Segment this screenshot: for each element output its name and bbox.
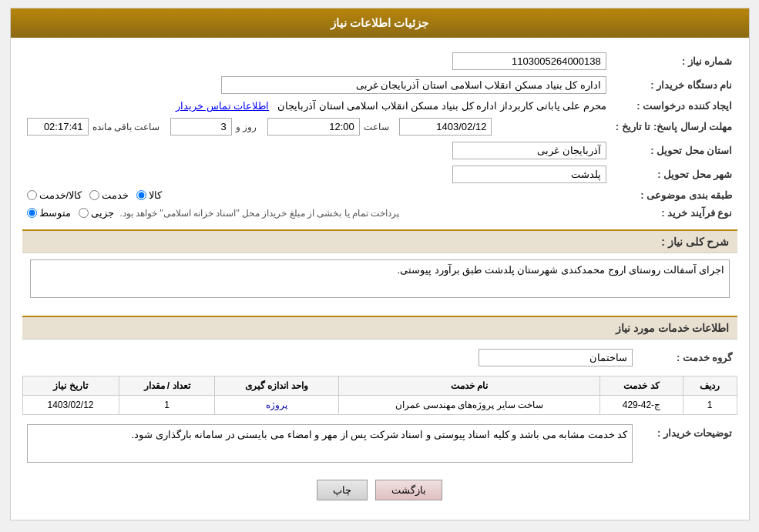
row-ostan: استان محل تحویل : آذربایجان غربی — [22, 139, 737, 162]
col-name: نام خدمت — [338, 376, 600, 396]
info-table: شماره نیاز : 1103005264000138 نام دستگاه… — [22, 49, 737, 222]
noe-motavas-radio[interactable] — [27, 208, 37, 218]
shomare-niaz-label: شماره نیاز : — [611, 49, 737, 73]
khadamat-data-table: ردیف کد خدمت نام خدمت واحد اندازه گیری ت… — [22, 376, 737, 415]
ostan-value: آذربایجان غربی — [452, 142, 606, 159]
group-khadamat-value: ساختمان — [479, 349, 633, 366]
row-shomare-niaz: شماره نیاز : 1103005264000138 — [22, 49, 737, 73]
row-mohlat: مهلت ارسال پاسخ: تا تاریخ : 02:17:41 ساع… — [22, 115, 737, 139]
mohlat-label: مهلت ارسال پاسخ: تا تاریخ : — [611, 115, 737, 139]
table-row: 1ج-42-429ساخت سایر پروژه‌های مهندسی عمرا… — [22, 396, 737, 415]
mohlat-countdown: 02:17:41 — [27, 118, 89, 136]
noe-jozi-radio[interactable] — [79, 208, 89, 218]
mohlat-roz-label: روز و — [236, 122, 257, 132]
nam-dastgah-label: نام دستگاه خریدار : — [611, 73, 737, 97]
sharh-koli-container: // Will be populated below — [22, 259, 737, 308]
mohlat-saat-value: 12:00 — [267, 118, 360, 136]
mohlat-date: 1403/02/12 — [399, 118, 492, 136]
row-noe-farayand: نوع فرآیند خرید : متوسط جزیی — [22, 204, 737, 222]
main-container: جزئیات اطلاعات نیاز شماره نیاز : 1103005… — [10, 8, 750, 520]
shomare-niaz-value: 1103005264000138 — [452, 52, 606, 70]
col-radif: ردیف — [683, 376, 737, 396]
tosih-textarea[interactable] — [27, 424, 633, 463]
page-header: جزئیات اطلاعات نیاز — [11, 8, 749, 38]
table-cell-kod: ج-42-429 — [600, 396, 683, 415]
button-row: بازگشت چاپ — [22, 480, 737, 500]
row-group-khadamat: گروه خدمت : ساختمان — [22, 346, 737, 370]
noe-farayand-radio-group: متوسط جزیی — [27, 207, 114, 219]
row-tosih: توضیحات خریدار : — [22, 421, 737, 468]
tabaqe-kala-khidmat: کالا/خدمت — [27, 189, 82, 201]
row-tabaqe: طبقه بندی موضوعی : کالا/خدمت خدمت کالا — [22, 186, 737, 204]
table-cell-vahed: پروژه — [215, 396, 338, 415]
khadamat-table-body: 1ج-42-429ساخت سایر پروژه‌های مهندسی عمرا… — [22, 396, 737, 415]
group-khadamat-table: گروه خدمت : ساختمان — [22, 346, 737, 370]
row-nam-dastgah: نام دستگاه خریدار : اداره کل بنیاد مسکن … — [22, 73, 737, 97]
mohlat-baghi-label: ساعت باقی مانده — [92, 122, 160, 132]
khadamat-table-head: ردیف کد خدمت نام خدمت واحد اندازه گیری ت… — [22, 376, 737, 396]
khadamat-section-header: اطلاعات خدمات مورد نیاز — [22, 316, 737, 340]
tabaqe-kala-label: کالا — [149, 189, 162, 201]
tabaqe-kala: کالا — [136, 189, 162, 201]
table-cell-radif: 1 — [683, 396, 737, 415]
tabaqe-kala-radio[interactable] — [136, 190, 146, 200]
tabaqe-khidmat-label: خدمت — [102, 189, 129, 201]
tosih-table: توضیحات خریدار : — [22, 421, 737, 468]
nam-dastgah-value: اداره کل بنیاد مسکن انقلاب اسلامی استان … — [221, 76, 606, 94]
col-tarikh: تاریخ نیاز — [22, 376, 119, 396]
sharh-koli-textarea[interactable] — [30, 259, 730, 298]
khadamat-header-row: ردیف کد خدمت نام خدمت واحد اندازه گیری ت… — [22, 376, 737, 396]
tabaqe-label: طبقه بندی موضوعی : — [611, 186, 737, 204]
ijad-konande-value: محرم علی یاباتی کاربرداز اداره کل بنیاد … — [277, 100, 606, 112]
print-button[interactable]: چاپ — [317, 480, 368, 500]
noe-jozi: جزیی — [79, 207, 114, 219]
noe-farayand-row: متوسط جزیی پرداخت تمام یا بخشی از مبلغ خ… — [27, 207, 606, 219]
tabaqe-khidmat: خدمت — [89, 189, 129, 201]
sharh-koli-section-header: شرح کلی نیاز : — [22, 229, 737, 253]
noe-motavas-label: متوسط — [39, 207, 71, 219]
tabaqe-radio-group: کالا/خدمت خدمت کالا — [27, 189, 606, 201]
noe-jozi-label: جزیی — [91, 207, 114, 219]
row-ijad-konande: ایجاد کننده درخواست : محرم علی یاباتی کا… — [22, 97, 737, 115]
khadamat-title: اطلاعات خدمات مورد نیاز — [616, 322, 730, 334]
col-vahed: واحد اندازه گیری — [215, 376, 338, 396]
content-area: شماره نیاز : 1103005264000138 نام دستگاه… — [11, 38, 749, 520]
mohlat-roz-value: 3 — [170, 118, 232, 136]
tabaqe-kala-khidmat-radio[interactable] — [27, 190, 37, 200]
mohlat-saat-label: ساعت — [364, 122, 389, 132]
col-tedad: تعداد / مقدار — [119, 376, 215, 396]
shahr-label: شهر محل تحویل : — [611, 162, 737, 186]
tabaqe-kala-khidmat-label: کالا/خدمت — [39, 189, 82, 201]
ijad-konande-link[interactable]: اطلاعات تماس خریدار — [176, 100, 269, 112]
group-khadamat-label: گروه خدمت : — [637, 346, 737, 370]
sharh-koli-label: شرح کلی نیاز : — [661, 236, 729, 248]
table-cell-name: ساخت سایر پروژه‌های مهندسی عمران — [338, 396, 600, 415]
table-cell-tedad: 1 — [119, 396, 215, 415]
ostan-label: استان محل تحویل : — [611, 139, 737, 162]
back-button[interactable]: بازگشت — [375, 480, 442, 500]
ijad-konande-label: ایجاد کننده درخواست : — [611, 97, 737, 115]
noe-farayand-note: پرداخت تمام یا بخشی از مبلغ خریداز محل "… — [120, 208, 400, 219]
col-kod: کد خدمت — [600, 376, 683, 396]
row-shahr: شهر محل تحویل : پلدشت — [22, 162, 737, 186]
tabaqe-khidmat-radio[interactable] — [89, 190, 99, 200]
table-cell-tarikh: 1403/02/12 — [22, 396, 119, 415]
mohlat-row: 02:17:41 ساعت باقی مانده 3 روز و 12:00 س… — [27, 118, 606, 136]
page-title: جزئیات اطلاعات نیاز — [331, 16, 428, 29]
tosih-label: توضیحات خریدار : — [637, 421, 737, 468]
noe-farayand-label: نوع فرآیند خرید : — [611, 204, 737, 222]
shahr-value: پلدشت — [452, 166, 606, 183]
noe-motavas: متوسط — [27, 207, 71, 219]
